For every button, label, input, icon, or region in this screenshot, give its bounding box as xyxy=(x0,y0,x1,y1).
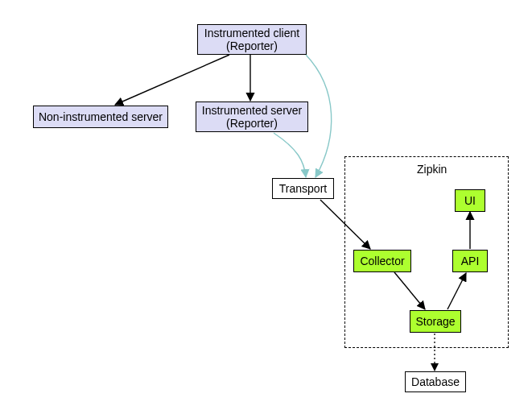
node-ui: UI xyxy=(455,189,485,212)
node-collector: Collector xyxy=(353,250,411,272)
diagram-canvas: Zipkin Instrumented client (Reporter) No… xyxy=(0,0,532,406)
node-storage: Storage xyxy=(410,310,461,333)
node-database: Database xyxy=(405,371,466,392)
edge-client-to-noninstr xyxy=(115,55,229,105)
edge-client-to-transport xyxy=(306,55,332,177)
node-non-instrumented-server: Non-instrumented server xyxy=(33,106,168,128)
node-instrumented-server: Instrumented server (Reporter) xyxy=(196,102,308,132)
group-zipkin-label: Zipkin xyxy=(417,163,447,176)
node-api: API xyxy=(452,250,488,272)
node-transport: Transport xyxy=(272,178,334,199)
edge-instrserver-to-transport xyxy=(274,133,306,177)
node-instrumented-client: Instrumented client (Reporter) xyxy=(197,24,307,55)
